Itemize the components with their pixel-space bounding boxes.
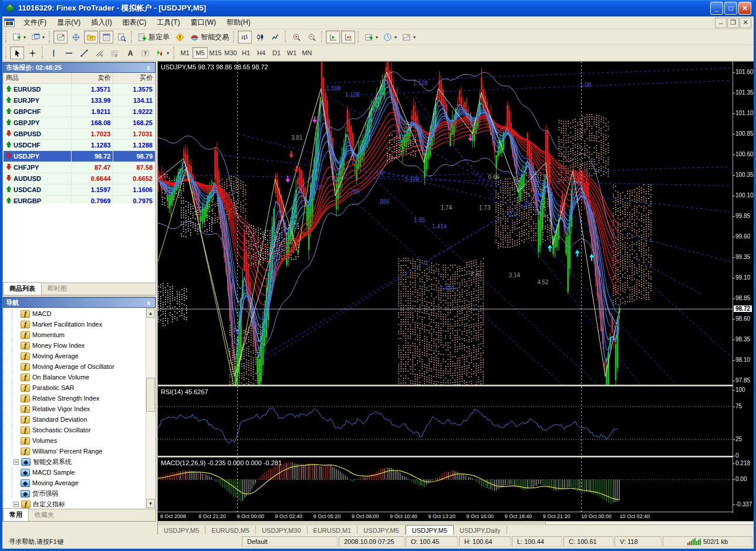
market-watch-tab[interactable]: 商品列表 bbox=[3, 282, 42, 295]
market-watch-row-chfjpy[interactable]: CHFJPY87.4787.58 bbox=[4, 162, 156, 173]
market-watch-column-header[interactable]: 商品 bbox=[4, 73, 72, 83]
navigator-item[interactable]: ◆Moving Average bbox=[4, 478, 146, 488]
navigator-item[interactable]: ƒStochastic Oscillator bbox=[4, 425, 146, 435]
market-watch-row-usdchf[interactable]: USDCHF1.12831.1288 bbox=[4, 139, 156, 150]
timeframe-h1-button[interactable]: H1 bbox=[238, 47, 254, 59]
navigator-tab[interactable]: 收藏夹 bbox=[29, 509, 60, 521]
zoom-in-button[interactable] bbox=[289, 31, 303, 43]
timeframe-mn-button[interactable]: MN bbox=[299, 47, 315, 59]
navigator-item[interactable]: ƒMoving Average of Oscillator bbox=[4, 361, 146, 372]
minimize-button[interactable]: _ bbox=[710, 2, 723, 15]
periods-button[interactable]: ▾ bbox=[381, 31, 399, 43]
menu-item[interactable]: 显示(V) bbox=[52, 16, 86, 28]
market-watch-row-gbpchf[interactable]: GBPCHF1.92111.9222 bbox=[4, 106, 156, 117]
candle-chart-button[interactable] bbox=[253, 31, 267, 43]
timeframe-d1-button[interactable]: D1 bbox=[269, 47, 284, 59]
maximize-button[interactable]: □ bbox=[724, 2, 737, 15]
profiles-button[interactable]: ▾ bbox=[29, 31, 46, 43]
mdi-restore-icon[interactable]: ❐ bbox=[727, 18, 739, 28]
menu-item[interactable]: 工具(T) bbox=[151, 16, 185, 28]
close-button[interactable]: ✕ bbox=[738, 2, 751, 15]
timeframe-m15-button[interactable]: M15 bbox=[208, 47, 223, 59]
navigator-item[interactable]: ƒ自定义指标 bbox=[4, 499, 146, 508]
text-label-button[interactable]: T bbox=[138, 46, 152, 59]
navigator-item[interactable]: ◆MACD Sample bbox=[4, 467, 146, 478]
vline-button[interactable] bbox=[46, 46, 60, 59]
navigator-item[interactable]: ƒStandard Deviation bbox=[4, 414, 146, 425]
chart-shift-button[interactable] bbox=[341, 31, 355, 43]
navigator-item[interactable]: ƒMoving Average bbox=[4, 351, 146, 361]
market-watch-row-audusd[interactable]: AUDUSD0.66440.6652 bbox=[4, 173, 156, 184]
navigator-tab[interactable]: 常用 bbox=[3, 508, 29, 521]
navigator-item[interactable]: ƒMoney Flow Index bbox=[4, 340, 146, 351]
menu-item[interactable]: 图表(C) bbox=[117, 16, 152, 28]
toolbar-grip[interactable] bbox=[5, 47, 8, 59]
market-watch-row-eurjpy[interactable]: EURJPY133.99134.11 bbox=[4, 95, 156, 106]
market-watch-row-usdcad[interactable]: USDCAD1.15971.1606 bbox=[4, 184, 156, 195]
data-window-button[interactable] bbox=[69, 31, 83, 43]
chart-tab[interactable]: USDJPY,M5 bbox=[357, 526, 405, 535]
scrollbar-thumb[interactable] bbox=[146, 378, 155, 412]
timeframe-m1-button[interactable]: M1 bbox=[177, 47, 193, 59]
chart-tab[interactable]: USDJPY,M5 bbox=[406, 525, 454, 535]
navigator-item[interactable]: ƒMACD bbox=[4, 308, 146, 319]
market-watch-row-gbpusd[interactable]: GBPUSD1.70231.7031 bbox=[4, 128, 156, 139]
main-chart-canvas[interactable] bbox=[158, 62, 733, 385]
collapse-icon[interactable] bbox=[14, 502, 19, 507]
mdi-minimize-icon[interactable]: – bbox=[715, 18, 727, 28]
channel-button[interactable]: E bbox=[92, 46, 106, 59]
collapse-icon[interactable] bbox=[14, 459, 19, 465]
navigator-item[interactable]: ◆智能交易系统 bbox=[4, 456, 146, 467]
menu-item[interactable]: 帮助(H) bbox=[221, 16, 256, 28]
market-watch-row-gbpjpy[interactable]: GBPJPY168.08168.25 bbox=[4, 117, 156, 128]
navigator-item[interactable]: ◆货币强弱 bbox=[4, 488, 146, 499]
chart-window-icon[interactable] bbox=[4, 18, 15, 27]
alert-button[interactable] bbox=[173, 31, 187, 43]
timeframe-h4-button[interactable]: H4 bbox=[254, 47, 269, 59]
cursor-button[interactable] bbox=[10, 46, 24, 59]
terminal-button[interactable] bbox=[99, 31, 113, 43]
expert-advisor-button[interactable]: 智能交易 bbox=[188, 31, 231, 43]
bar-chart-button[interactable] bbox=[238, 31, 252, 43]
navigator-item[interactable]: ƒMarket Facilitation Index bbox=[4, 319, 146, 330]
auto-scroll-button[interactable] bbox=[326, 31, 340, 43]
navigator-item[interactable]: ƒRelative Vigor Index bbox=[4, 404, 146, 414]
timeframe-m30-button[interactable]: M30 bbox=[223, 47, 238, 59]
market-watch-close-icon[interactable]: x bbox=[144, 65, 153, 71]
hline-button[interactable] bbox=[62, 46, 76, 59]
market-watch-button[interactable] bbox=[53, 31, 68, 43]
menu-item[interactable]: 文件(F) bbox=[18, 16, 52, 28]
toolbar-grip[interactable] bbox=[5, 31, 8, 43]
rsi-canvas[interactable] bbox=[158, 387, 733, 456]
scroll-down-icon[interactable]: ▼ bbox=[146, 499, 155, 508]
navigator-item[interactable]: ƒMomentum bbox=[4, 330, 146, 340]
market-watch-row-eurusd[interactable]: EURUSD1.35711.3575 bbox=[4, 83, 156, 95]
crosshair-button[interactable] bbox=[25, 46, 39, 59]
chart-tab[interactable]: USDJPY,M5 bbox=[158, 526, 205, 535]
templates-button[interactable]: ▾ bbox=[400, 31, 417, 43]
zoom-out-button[interactable] bbox=[305, 31, 319, 43]
navigator-item[interactable]: ƒVolumes bbox=[4, 435, 146, 446]
hscrollbar-thumb[interactable] bbox=[545, 521, 754, 525]
navigator-item[interactable]: ƒRelative Strength Index bbox=[4, 393, 146, 404]
history-center-button[interactable] bbox=[114, 31, 129, 43]
new-chart-button[interactable]: ▾ bbox=[10, 31, 28, 43]
navigator-button[interactable] bbox=[84, 31, 98, 43]
market-watch-column-header[interactable]: 卖价 bbox=[71, 73, 113, 83]
market-watch-tab[interactable]: 即时图 bbox=[42, 283, 73, 295]
navigator-scrollbar[interactable]: ▲ ▼ bbox=[146, 308, 155, 508]
navigator-close-icon[interactable]: x bbox=[144, 300, 153, 306]
navigator-item[interactable]: ƒParabolic SAR bbox=[4, 382, 146, 393]
chart-tab[interactable]: USDJPY,M30 bbox=[256, 526, 307, 535]
menu-item[interactable]: 窗口(W) bbox=[185, 16, 221, 28]
line-chart-button[interactable] bbox=[268, 31, 282, 43]
text-button[interactable]: A bbox=[123, 46, 137, 59]
market-watch-row-usdjpy[interactable]: USDJPY98.7298.79 bbox=[4, 150, 156, 162]
chart-tab[interactable]: USDJPY,Daily bbox=[454, 526, 507, 535]
navigator-item[interactable]: ƒWilliams' Percent Range bbox=[4, 446, 146, 456]
arrows-button[interactable]: ▾ bbox=[153, 46, 171, 59]
chart-tab[interactable]: EURUSD,M5 bbox=[205, 526, 256, 535]
scroll-up-icon[interactable]: ▲ bbox=[146, 308, 155, 318]
mdi-close-icon[interactable]: ✕ bbox=[740, 18, 751, 28]
timeframe-m5-button[interactable]: M5 bbox=[193, 47, 208, 59]
